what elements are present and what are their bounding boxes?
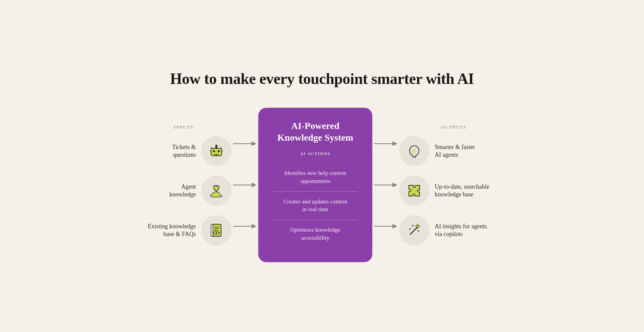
notebook-icon-circle [201, 215, 231, 245]
input-row-agent-knowledge: Agentknowledge [142, 176, 231, 206]
outputs-section: OUTPUTS [399, 125, 502, 245]
svg-line-42 [410, 227, 418, 234]
puzzle-icon [406, 182, 423, 199]
center-title: AI-PoweredKnowledge System [277, 120, 353, 143]
arrow-left-2 [233, 180, 257, 190]
output-row-smarter-agents: Smarter & fasterAI agents [399, 136, 502, 166]
robot-icon [208, 142, 225, 160]
ai-actions-label: AI ACTIONS [300, 151, 330, 156]
output-label-smarter-agents: Smarter & fasterAI agents [435, 143, 502, 159]
svg-marker-24 [252, 224, 257, 229]
diagram-container: INPUTS Tickets &questions [87, 108, 557, 262]
input-label-knowledge-base: Existing knowledgebase & FAQs [142, 223, 196, 238]
heart-hand-icon [208, 182, 225, 199]
svg-point-40 [412, 152, 413, 154]
output-row-insights: AI insights for agentsvia copilots [399, 215, 502, 245]
heart-hand-icon-circle [201, 176, 231, 206]
action-2: Creates and updates contentin real time [283, 192, 347, 220]
svg-line-7 [211, 147, 212, 148]
center-box: AI-PoweredKnowledge System AI ACTIONS Id… [258, 108, 372, 262]
svg-rect-10 [211, 224, 213, 236]
robot-icon-circle [201, 136, 231, 166]
svg-marker-28 [392, 183, 397, 187]
svg-point-38 [414, 150, 416, 152]
svg-marker-30 [392, 224, 397, 229]
svg-line-8 [220, 147, 222, 148]
input-label-tickets: Tickets &questions [142, 143, 196, 159]
notebook-icon [208, 222, 225, 239]
svg-marker-22 [252, 183, 257, 187]
arrow-right-1 [374, 139, 397, 149]
brain-circuit-icon [406, 142, 423, 160]
input-label-agent-knowledge: Agentknowledge [142, 183, 196, 199]
input-row-tickets: Tickets &questions [142, 136, 231, 166]
svg-rect-1 [213, 150, 215, 152]
svg-rect-2 [218, 150, 220, 152]
brain-circuit-icon-circle [399, 136, 429, 166]
output-row-knowledge-base: Up-to-date, searchableknowledge base [399, 176, 502, 206]
svg-marker-26 [392, 141, 397, 146]
page-title: How to make every touchpoint smarter wit… [170, 70, 474, 88]
action-1: Identifies new help contentopportunities [284, 163, 346, 191]
inputs-label: INPUTS [142, 125, 231, 130]
output-label-knowledge-base: Up-to-date, searchableknowledge base [435, 183, 502, 199]
output-label-insights: AI insights for agentsvia copilots [435, 223, 502, 238]
arrow-left-3 [233, 221, 257, 231]
arrow-left-1 [233, 139, 257, 149]
input-row-knowledge-base: Existing knowledgebase & FAQs [142, 215, 231, 245]
puzzle-icon-circle [399, 176, 429, 206]
svg-point-39 [412, 150, 413, 152]
outputs-label: OUTPUTS [399, 125, 502, 130]
inputs-section: INPUTS Tickets &questions [142, 125, 231, 245]
magic-wand-icon [406, 222, 423, 239]
svg-marker-20 [252, 141, 257, 146]
action-3: Optimizes knowledgeaccessibility [290, 220, 340, 248]
arrows-left [231, 123, 258, 247]
arrow-right-3 [374, 221, 397, 231]
arrow-right-2 [374, 180, 397, 190]
svg-point-4 [215, 145, 217, 147]
magic-wand-icon-circle [399, 215, 429, 245]
svg-point-37 [414, 148, 416, 150]
arrows-right [372, 123, 399, 247]
